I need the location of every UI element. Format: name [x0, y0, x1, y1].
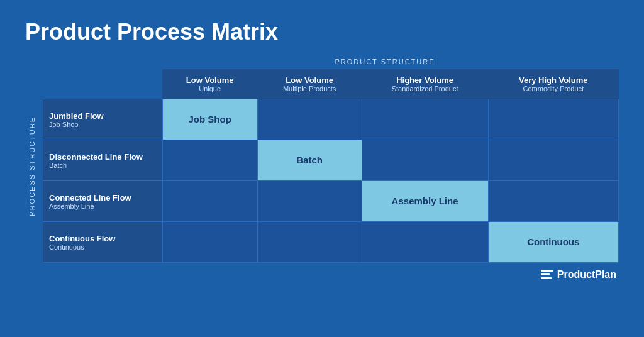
- cell-0-3: [488, 99, 618, 140]
- header-empty-cell: [43, 69, 162, 99]
- cell-3-3: Continuous: [488, 222, 618, 263]
- matrix-table-wrapper: Low Volume Unique Low Volume Multiple Pr…: [43, 69, 619, 263]
- productplan-logo: ProductPlan: [541, 269, 616, 280]
- page-title: Product Process Matrix: [25, 19, 619, 45]
- cell-3-1: [257, 222, 362, 263]
- logo-icon: [541, 270, 553, 280]
- row-label-3: Continuous FlowContinuous: [43, 222, 162, 263]
- cell-1-3: [488, 140, 618, 181]
- process-structure-label: PROCESS STRUCTURE: [28, 116, 36, 216]
- row-label-1: Disconnected Line FlowBatch: [43, 140, 162, 181]
- header-col-1: Low Volume Unique: [162, 69, 257, 99]
- footer: ProductPlan: [25, 269, 619, 280]
- cell-2-3: [488, 181, 618, 222]
- header-col-2: Low Volume Multiple Products: [257, 69, 362, 99]
- table-row: Continuous FlowContinuousContinuous: [43, 222, 619, 263]
- table-row: Disconnected Line FlowBatchBatch: [43, 140, 619, 181]
- matrix-wrapper: PRODUCT STRUCTURE PROCESS STRUCTURE Low …: [25, 58, 619, 263]
- process-label-wrapper: PROCESS STRUCTURE: [25, 69, 39, 263]
- table-row: Jumbled FlowJob ShopJob Shop: [43, 99, 619, 140]
- cell-1-0: [162, 140, 257, 181]
- svg-rect-1: [541, 273, 550, 275]
- svg-rect-0: [541, 270, 553, 272]
- cell-2-0: [162, 181, 257, 222]
- header-col-3: Higher Volume Standardized Product: [362, 69, 488, 99]
- matrix-area: PROCESS STRUCTURE Low Volume Unique Low …: [25, 69, 619, 263]
- header-col-4: Very High Volume Commodity Product: [488, 69, 618, 99]
- row-label-2: Connected Line FlowAssembly Line: [43, 181, 162, 222]
- product-structure-label: PRODUCT STRUCTURE: [151, 58, 619, 65]
- cell-3-2: [362, 222, 488, 263]
- cell-2-1: [257, 181, 362, 222]
- header-row: Low Volume Unique Low Volume Multiple Pr…: [43, 69, 619, 99]
- matrix-table: Low Volume Unique Low Volume Multiple Pr…: [43, 69, 619, 263]
- cell-1-2: [362, 140, 488, 181]
- svg-rect-2: [541, 277, 552, 279]
- cell-3-0: [162, 222, 257, 263]
- row-label-0: Jumbled FlowJob Shop: [43, 99, 162, 140]
- cell-0-0: Job Shop: [162, 99, 257, 140]
- table-row: Connected Line FlowAssembly LineAssembly…: [43, 181, 619, 222]
- cell-2-2: Assembly Line: [362, 181, 488, 222]
- cell-0-1: [257, 99, 362, 140]
- cell-1-1: Batch: [257, 140, 362, 181]
- cell-0-2: [362, 99, 488, 140]
- logo-text: ProductPlan: [557, 269, 616, 280]
- page-container: Product Process Matrix PRODUCT STRUCTURE…: [0, 0, 644, 337]
